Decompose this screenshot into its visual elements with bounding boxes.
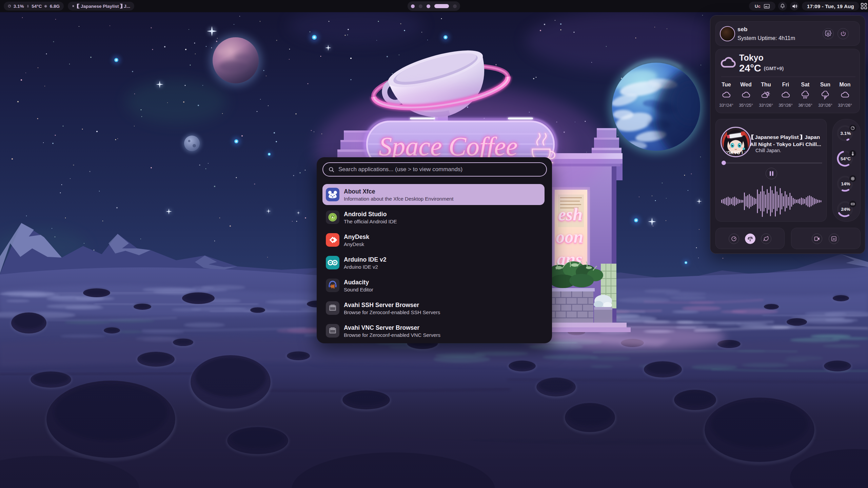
svg-text:3.1%: 3.1% — [841, 131, 851, 136]
svg-text:Space Coffee: Space Coffee — [379, 131, 517, 161]
svg-text:esh: esh — [558, 205, 583, 224]
svg-text:14%: 14% — [841, 181, 850, 186]
svg-text:24%: 24% — [841, 207, 850, 212]
svg-text:oon: oon — [556, 227, 584, 246]
svg-text:TOKYO LO: TOKYO LO — [724, 150, 748, 155]
svg-text:54°C: 54°C — [841, 156, 851, 161]
